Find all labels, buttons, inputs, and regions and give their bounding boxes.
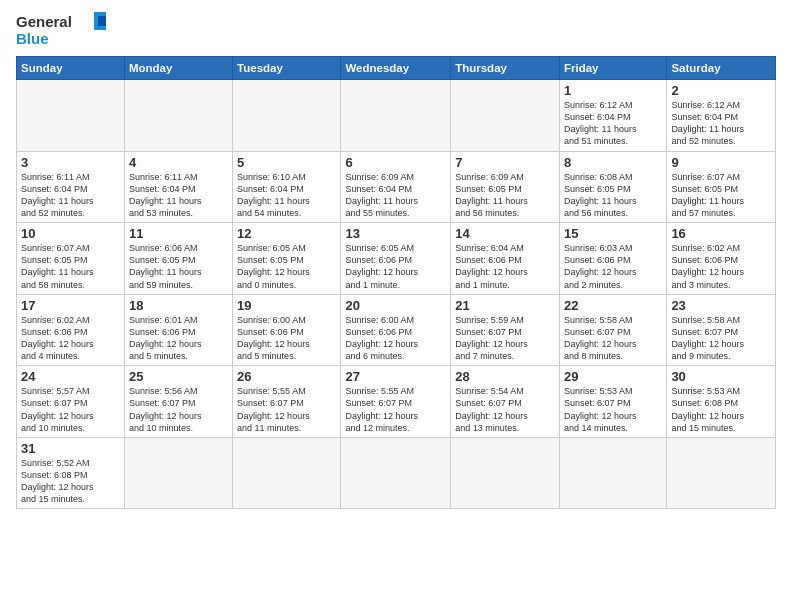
- day-number: 30: [671, 369, 771, 384]
- weekday-header-friday: Friday: [559, 57, 666, 80]
- day-number: 9: [671, 155, 771, 170]
- day-info: Sunrise: 6:05 AMSunset: 6:05 PMDaylight:…: [237, 242, 336, 291]
- calendar-cell: 11Sunrise: 6:06 AMSunset: 6:05 PMDayligh…: [124, 223, 232, 295]
- calendar-cell: 12Sunrise: 6:05 AMSunset: 6:05 PMDayligh…: [233, 223, 341, 295]
- calendar-cell: [559, 437, 666, 509]
- calendar-cell: 16Sunrise: 6:02 AMSunset: 6:06 PMDayligh…: [667, 223, 776, 295]
- day-info: Sunrise: 6:08 AMSunset: 6:05 PMDaylight:…: [564, 171, 662, 220]
- day-number: 8: [564, 155, 662, 170]
- day-number: 1: [564, 83, 662, 98]
- weekday-header-saturday: Saturday: [667, 57, 776, 80]
- calendar-cell: 4Sunrise: 6:11 AMSunset: 6:04 PMDaylight…: [124, 151, 232, 223]
- day-number: 22: [564, 298, 662, 313]
- calendar-cell: 8Sunrise: 6:08 AMSunset: 6:05 PMDaylight…: [559, 151, 666, 223]
- calendar-page: General Blue SundayMondayTuesdayWednesda…: [0, 0, 792, 517]
- week-row-0: 1Sunrise: 6:12 AMSunset: 6:04 PMDaylight…: [17, 80, 776, 152]
- day-number: 28: [455, 369, 555, 384]
- day-info: Sunrise: 6:03 AMSunset: 6:06 PMDaylight:…: [564, 242, 662, 291]
- calendar-cell: [451, 437, 560, 509]
- calendar-cell: 22Sunrise: 5:58 AMSunset: 6:07 PMDayligh…: [559, 294, 666, 366]
- calendar-cell: 26Sunrise: 5:55 AMSunset: 6:07 PMDayligh…: [233, 366, 341, 438]
- day-number: 10: [21, 226, 120, 241]
- day-number: 26: [237, 369, 336, 384]
- day-number: 12: [237, 226, 336, 241]
- calendar-cell: 31Sunrise: 5:52 AMSunset: 6:08 PMDayligh…: [17, 437, 125, 509]
- weekday-header-sunday: Sunday: [17, 57, 125, 80]
- day-number: 7: [455, 155, 555, 170]
- day-number: 5: [237, 155, 336, 170]
- day-number: 27: [345, 369, 446, 384]
- day-info: Sunrise: 6:12 AMSunset: 6:04 PMDaylight:…: [671, 99, 771, 148]
- day-info: Sunrise: 6:07 AMSunset: 6:05 PMDaylight:…: [21, 242, 120, 291]
- logo-svg: General Blue: [16, 12, 106, 50]
- day-number: 11: [129, 226, 228, 241]
- day-number: 20: [345, 298, 446, 313]
- calendar-cell: [17, 80, 125, 152]
- day-info: Sunrise: 5:56 AMSunset: 6:07 PMDaylight:…: [129, 385, 228, 434]
- calendar-cell: 27Sunrise: 5:55 AMSunset: 6:07 PMDayligh…: [341, 366, 451, 438]
- svg-text:General: General: [16, 13, 72, 30]
- day-number: 24: [21, 369, 120, 384]
- calendar-cell: 24Sunrise: 5:57 AMSunset: 6:07 PMDayligh…: [17, 366, 125, 438]
- day-number: 16: [671, 226, 771, 241]
- day-info: Sunrise: 6:04 AMSunset: 6:06 PMDaylight:…: [455, 242, 555, 291]
- day-info: Sunrise: 5:53 AMSunset: 6:07 PMDaylight:…: [564, 385, 662, 434]
- day-info: Sunrise: 6:07 AMSunset: 6:05 PMDaylight:…: [671, 171, 771, 220]
- day-info: Sunrise: 5:57 AMSunset: 6:07 PMDaylight:…: [21, 385, 120, 434]
- calendar-cell: 7Sunrise: 6:09 AMSunset: 6:05 PMDaylight…: [451, 151, 560, 223]
- calendar-table: SundayMondayTuesdayWednesdayThursdayFrid…: [16, 56, 776, 509]
- day-info: Sunrise: 5:55 AMSunset: 6:07 PMDaylight:…: [237, 385, 336, 434]
- calendar-cell: 28Sunrise: 5:54 AMSunset: 6:07 PMDayligh…: [451, 366, 560, 438]
- day-info: Sunrise: 6:01 AMSunset: 6:06 PMDaylight:…: [129, 314, 228, 363]
- calendar-cell: [233, 80, 341, 152]
- calendar-cell: 20Sunrise: 6:00 AMSunset: 6:06 PMDayligh…: [341, 294, 451, 366]
- day-number: 6: [345, 155, 446, 170]
- calendar-cell: [451, 80, 560, 152]
- day-info: Sunrise: 5:54 AMSunset: 6:07 PMDaylight:…: [455, 385, 555, 434]
- calendar-cell: [124, 80, 232, 152]
- calendar-cell: 18Sunrise: 6:01 AMSunset: 6:06 PMDayligh…: [124, 294, 232, 366]
- calendar-cell: [341, 80, 451, 152]
- calendar-cell: 10Sunrise: 6:07 AMSunset: 6:05 PMDayligh…: [17, 223, 125, 295]
- calendar-cell: 14Sunrise: 6:04 AMSunset: 6:06 PMDayligh…: [451, 223, 560, 295]
- day-number: 17: [21, 298, 120, 313]
- day-info: Sunrise: 6:11 AMSunset: 6:04 PMDaylight:…: [129, 171, 228, 220]
- calendar-cell: 30Sunrise: 5:53 AMSunset: 6:08 PMDayligh…: [667, 366, 776, 438]
- day-number: 31: [21, 441, 120, 456]
- day-info: Sunrise: 6:06 AMSunset: 6:05 PMDaylight:…: [129, 242, 228, 291]
- header: General Blue: [16, 12, 776, 50]
- day-info: Sunrise: 5:52 AMSunset: 6:08 PMDaylight:…: [21, 457, 120, 506]
- week-row-5: 31Sunrise: 5:52 AMSunset: 6:08 PMDayligh…: [17, 437, 776, 509]
- day-info: Sunrise: 6:02 AMSunset: 6:06 PMDaylight:…: [21, 314, 120, 363]
- calendar-cell: 29Sunrise: 5:53 AMSunset: 6:07 PMDayligh…: [559, 366, 666, 438]
- day-number: 21: [455, 298, 555, 313]
- day-number: 25: [129, 369, 228, 384]
- day-info: Sunrise: 6:05 AMSunset: 6:06 PMDaylight:…: [345, 242, 446, 291]
- day-info: Sunrise: 5:58 AMSunset: 6:07 PMDaylight:…: [671, 314, 771, 363]
- day-number: 18: [129, 298, 228, 313]
- weekday-header-thursday: Thursday: [451, 57, 560, 80]
- calendar-cell: 3Sunrise: 6:11 AMSunset: 6:04 PMDaylight…: [17, 151, 125, 223]
- calendar-cell: 1Sunrise: 6:12 AMSunset: 6:04 PMDaylight…: [559, 80, 666, 152]
- calendar-cell: 5Sunrise: 6:10 AMSunset: 6:04 PMDaylight…: [233, 151, 341, 223]
- day-number: 29: [564, 369, 662, 384]
- day-number: 3: [21, 155, 120, 170]
- calendar-cell: 9Sunrise: 6:07 AMSunset: 6:05 PMDaylight…: [667, 151, 776, 223]
- day-info: Sunrise: 6:09 AMSunset: 6:05 PMDaylight:…: [455, 171, 555, 220]
- day-number: 2: [671, 83, 771, 98]
- calendar-cell: [124, 437, 232, 509]
- calendar-cell: 15Sunrise: 6:03 AMSunset: 6:06 PMDayligh…: [559, 223, 666, 295]
- calendar-cell: [667, 437, 776, 509]
- calendar-cell: 6Sunrise: 6:09 AMSunset: 6:04 PMDaylight…: [341, 151, 451, 223]
- day-info: Sunrise: 5:53 AMSunset: 6:08 PMDaylight:…: [671, 385, 771, 434]
- day-number: 15: [564, 226, 662, 241]
- day-number: 13: [345, 226, 446, 241]
- day-number: 19: [237, 298, 336, 313]
- week-row-4: 24Sunrise: 5:57 AMSunset: 6:07 PMDayligh…: [17, 366, 776, 438]
- calendar-cell: 23Sunrise: 5:58 AMSunset: 6:07 PMDayligh…: [667, 294, 776, 366]
- calendar-cell: [233, 437, 341, 509]
- day-info: Sunrise: 6:00 AMSunset: 6:06 PMDaylight:…: [237, 314, 336, 363]
- day-info: Sunrise: 6:11 AMSunset: 6:04 PMDaylight:…: [21, 171, 120, 220]
- day-number: 23: [671, 298, 771, 313]
- calendar-cell: 2Sunrise: 6:12 AMSunset: 6:04 PMDaylight…: [667, 80, 776, 152]
